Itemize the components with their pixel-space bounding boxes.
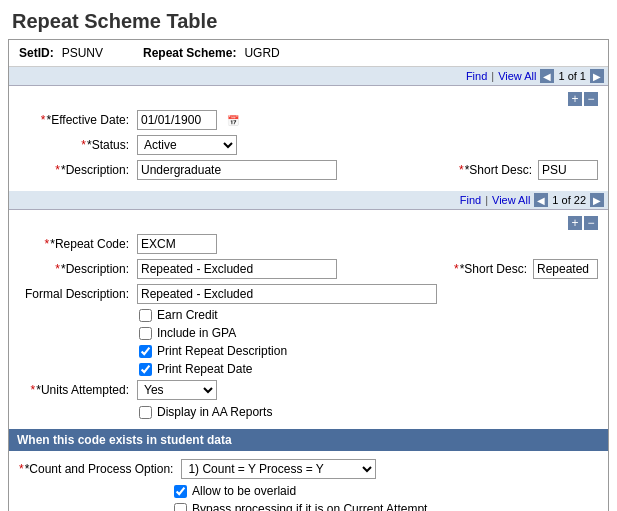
repeat-scheme-label: Repeat Scheme:	[143, 46, 236, 60]
print-repeat-date-row: Print Repeat Date	[139, 362, 598, 376]
add-remove-row-2: + −	[568, 216, 598, 230]
allow-overlay-checkbox[interactable]	[174, 485, 187, 498]
include-gpa-label: Include in GPA	[157, 326, 236, 340]
section-3-header: When this code exists in student data	[9, 429, 608, 451]
short-desc-input-1[interactable]	[538, 160, 598, 180]
effective-date-input[interactable]	[137, 110, 217, 130]
print-repeat-desc-row: Print Repeat Description	[139, 344, 598, 358]
nav-next-1[interactable]: ▶	[590, 69, 604, 83]
nav-bar-2: Find | View All ◀ 1 of 22 ▶	[9, 191, 608, 210]
short-desc-input-2[interactable]	[533, 259, 598, 279]
count-process-label: *Count and Process Option:	[19, 462, 173, 476]
print-repeat-desc-checkbox[interactable]	[139, 345, 152, 358]
earn-credit-row: Earn Credit	[139, 308, 598, 322]
include-gpa-checkbox[interactable]	[139, 327, 152, 340]
repeat-scheme-value: UGRD	[244, 46, 279, 60]
nav-prev-2[interactable]: ◀	[534, 193, 548, 207]
display-aa-checkbox[interactable]	[139, 406, 152, 419]
view-all-link-2[interactable]: View All	[492, 194, 530, 206]
units-attempted-row: *Units Attempted: YesNo	[19, 380, 598, 400]
allow-overlay-label: Allow to be overlaid	[192, 484, 296, 498]
earn-credit-checkbox[interactable]	[139, 309, 152, 322]
remove-row-btn-2[interactable]: −	[584, 216, 598, 230]
display-aa-label: Display in AA Reports	[157, 405, 272, 419]
section-3-content: *Count and Process Option: 1) Count = Y …	[9, 451, 608, 511]
short-desc-group-2: *Short Desc:	[454, 259, 598, 279]
effective-date-row: *Effective Date: 📅	[19, 110, 598, 130]
allow-overlay-row: Allow to be overlaid	[174, 484, 598, 498]
nav-bar-1: Find | View All ◀ 1 of 1 ▶	[9, 67, 608, 86]
section-2: + − *Repeat Code: *Description: *Short D…	[9, 210, 608, 429]
print-repeat-desc-label: Print Repeat Description	[157, 344, 287, 358]
print-repeat-date-checkbox[interactable]	[139, 363, 152, 376]
section-1: + − *Effective Date: 📅 *Status: ActiveIn…	[9, 86, 608, 191]
bypass-label: Bypass processing if it is on Current At…	[192, 502, 427, 511]
header-row: SetID: PSUNV Repeat Scheme: UGRD	[9, 40, 608, 67]
effective-date-label: *Effective Date:	[19, 113, 129, 127]
status-row: *Status: ActiveInactive	[19, 135, 598, 155]
calendar-btn[interactable]: 📅	[225, 115, 241, 126]
status-label: *Status:	[19, 138, 129, 152]
setid-label: SetID:	[19, 46, 54, 60]
nav-count-1: 1 of 1	[558, 70, 586, 82]
find-link-2[interactable]: Find	[460, 194, 481, 206]
description-row-2: *Description: *Short Desc:	[19, 259, 598, 279]
find-link-1[interactable]: Find	[466, 70, 487, 82]
view-all-link-1[interactable]: View All	[498, 70, 536, 82]
nav-next-2[interactable]: ▶	[590, 193, 604, 207]
nav-separator-2: |	[485, 194, 488, 206]
setid-value: PSUNV	[62, 46, 103, 60]
description-input-1[interactable]	[137, 160, 337, 180]
units-attempted-label: *Units Attempted:	[19, 383, 129, 397]
formal-desc-input[interactable]	[137, 284, 437, 304]
add-remove-row-1: + −	[568, 92, 598, 106]
add-row-btn-2[interactable]: +	[568, 216, 582, 230]
display-aa-row: Display in AA Reports	[139, 405, 598, 419]
setid-field: SetID: PSUNV	[19, 46, 103, 60]
print-repeat-date-label: Print Repeat Date	[157, 362, 252, 376]
main-container: SetID: PSUNV Repeat Scheme: UGRD Find | …	[8, 39, 609, 511]
remove-row-btn-1[interactable]: −	[584, 92, 598, 106]
repeat-code-label: *Repeat Code:	[19, 237, 129, 251]
repeat-scheme-field: Repeat Scheme: UGRD	[143, 46, 280, 60]
formal-desc-label: Formal Description:	[19, 287, 129, 301]
description-row-1: *Description: *Short Desc:	[19, 160, 598, 180]
earn-credit-label: Earn Credit	[157, 308, 218, 322]
include-gpa-row: Include in GPA	[139, 326, 598, 340]
add-row-btn-1[interactable]: +	[568, 92, 582, 106]
nav-separator-1: |	[491, 70, 494, 82]
bypass-checkbox[interactable]	[174, 503, 187, 512]
repeat-code-row: *Repeat Code:	[19, 234, 598, 254]
description-label-2: *Description:	[19, 262, 129, 276]
short-desc-group-1: *Short Desc:	[459, 160, 598, 180]
count-process-row: *Count and Process Option: 1) Count = Y …	[19, 459, 598, 479]
page-title: Repeat Scheme Table	[0, 0, 617, 39]
count-process-select[interactable]: 1) Count = Y Process = Y2) Count = N Pro…	[181, 459, 376, 479]
short-desc-label-1: *Short Desc:	[459, 163, 532, 177]
short-desc-label-2: *Short Desc:	[454, 262, 527, 276]
repeat-code-input[interactable]	[137, 234, 217, 254]
nav-count-2: 1 of 22	[552, 194, 586, 206]
nav-prev-1[interactable]: ◀	[540, 69, 554, 83]
description-label-1: *Description:	[19, 163, 129, 177]
units-attempted-select[interactable]: YesNo	[137, 380, 217, 400]
status-select[interactable]: ActiveInactive	[137, 135, 237, 155]
description-input-2[interactable]	[137, 259, 337, 279]
bypass-row: Bypass processing if it is on Current At…	[174, 502, 598, 511]
formal-desc-row: Formal Description:	[19, 284, 598, 304]
